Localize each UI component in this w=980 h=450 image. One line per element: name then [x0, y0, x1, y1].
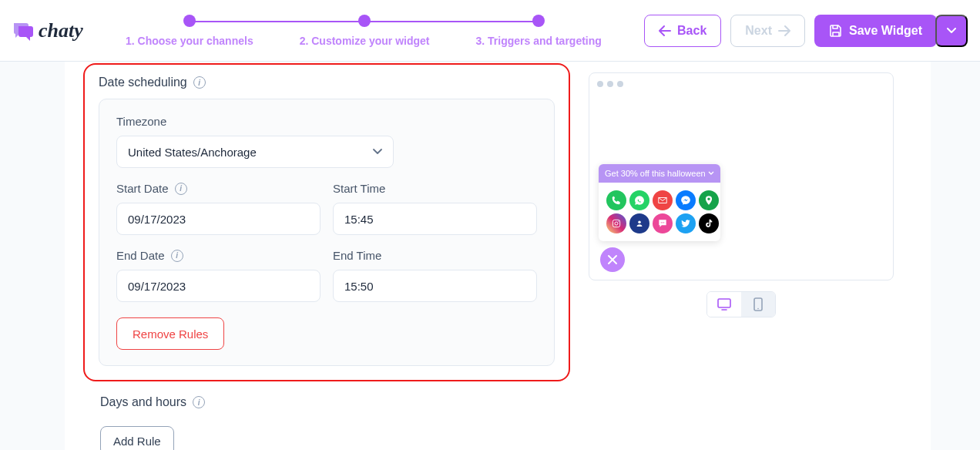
mobile-icon	[753, 297, 763, 311]
chevron-down-icon	[373, 149, 382, 155]
main-column: Date scheduling i Timezone United States…	[83, 62, 570, 450]
desktop-icon	[717, 298, 731, 311]
mobile-view-button[interactable]	[741, 292, 775, 317]
back-button-label: Back	[677, 24, 706, 38]
step-dot-icon	[358, 15, 371, 27]
section-title-text: Days and hours	[100, 395, 186, 409]
window-controls	[597, 81, 885, 87]
step-3[interactable]: 3. Triggers and targeting	[452, 15, 624, 47]
close-widget-button[interactable]	[600, 247, 625, 272]
stepper: 1. Choose your channels 2. Customize you…	[99, 15, 629, 47]
days-and-hours-section: Days and hours i Add Rule	[83, 395, 570, 450]
device-toggle	[706, 291, 776, 317]
input-value: 09/17/2023	[128, 280, 186, 293]
messenger-icon[interactable]	[676, 190, 696, 210]
end-time-label: End Time	[333, 249, 537, 262]
step-1[interactable]: 1. Choose your channels	[102, 15, 277, 47]
contact-icon[interactable]	[629, 213, 649, 233]
start-time-label: Start Time	[333, 182, 537, 195]
header-actions: Back Next Save Widget	[644, 15, 968, 47]
save-icon	[829, 24, 843, 38]
section-title-text: Date scheduling	[99, 76, 187, 89]
widget-header[interactable]: Get 30% off this halloween	[599, 164, 720, 183]
close-icon	[607, 254, 618, 265]
timezone-label: Timezone	[116, 115, 537, 128]
desktop-view-button[interactable]	[707, 292, 741, 317]
chevron-down-icon	[947, 28, 956, 34]
svg-point-4	[661, 222, 662, 223]
logo-text: chaty	[39, 19, 83, 42]
days-hours-title: Days and hours i	[100, 395, 570, 409]
left-gutter	[0, 62, 65, 450]
arrow-right-icon	[778, 25, 790, 36]
chevron-down-icon	[708, 171, 714, 176]
next-button-label: Next	[745, 24, 772, 38]
start-date-label: Start Date i	[116, 182, 321, 195]
label-text: Start Date	[116, 182, 169, 195]
date-scheduling-title: Date scheduling i	[99, 76, 555, 89]
svg-rect-7	[718, 299, 730, 307]
save-dropdown-button[interactable]	[935, 15, 968, 47]
end-time-input[interactable]: 15:50	[333, 270, 537, 302]
info-icon[interactable]: i	[193, 396, 205, 408]
step-label: 2. Customize your widget	[300, 35, 430, 47]
save-button-label: Save Widget	[849, 24, 922, 38]
step-label: 1. Choose your channels	[126, 35, 253, 47]
info-icon[interactable]: i	[193, 76, 206, 89]
svg-point-5	[662, 222, 663, 223]
step-2[interactable]: 2. Customize your widget	[277, 15, 453, 47]
email-icon[interactable]	[653, 190, 673, 210]
timezone-select[interactable]: United States/Anchorage	[116, 136, 394, 168]
save-widget-button[interactable]: Save Widget	[814, 15, 937, 47]
info-icon[interactable]: i	[175, 183, 187, 195]
remove-rules-button[interactable]: Remove Rules	[116, 317, 224, 350]
timezone-value: United States/Anchorage	[128, 146, 257, 159]
widget-icons-grid	[599, 183, 720, 241]
instagram-icon[interactable]	[606, 213, 626, 233]
window-dot-icon	[597, 81, 603, 87]
promo-text: Get 30% off this halloween	[605, 169, 706, 178]
svg-point-3	[638, 221, 641, 224]
window-dot-icon	[617, 81, 623, 87]
input-value: 09/17/2023	[128, 213, 186, 226]
date-scheduling-section: Date scheduling i Timezone United States…	[83, 63, 570, 381]
start-date-input[interactable]: 09/17/2023	[116, 203, 321, 235]
svg-point-2	[618, 220, 619, 221]
svg-point-1	[615, 222, 618, 225]
phone-icon[interactable]	[606, 190, 626, 210]
right-gutter	[931, 62, 980, 450]
logo-icon	[12, 22, 34, 40]
main-canvas: Date scheduling i Timezone United States…	[0, 62, 980, 450]
start-time-input[interactable]: 15:45	[333, 203, 537, 235]
input-value: 15:50	[344, 280, 374, 293]
preview-window: Get 30% off this halloween	[589, 72, 894, 280]
whatsapp-icon[interactable]	[629, 190, 649, 210]
date-scheduling-card: Timezone United States/Anchorage Start D…	[99, 99, 555, 366]
end-date-label: End Date i	[116, 249, 321, 262]
step-dot-icon	[532, 15, 545, 27]
widget-preview: Get 30% off this halloween	[599, 164, 720, 241]
map-icon[interactable]	[699, 190, 719, 210]
add-rule-button[interactable]: Add Rule	[100, 426, 174, 450]
step-label: 3. Triggers and targeting	[475, 35, 601, 47]
tiktok-icon[interactable]	[699, 213, 719, 233]
input-value: 15:45	[344, 213, 374, 226]
label-text: End Date	[116, 249, 165, 262]
window-dot-icon	[607, 81, 613, 87]
step-dot-icon	[183, 15, 196, 27]
sms-icon[interactable]	[653, 213, 673, 233]
next-button[interactable]: Next	[730, 15, 805, 47]
preview-column: Get 30% off this halloween	[589, 62, 912, 450]
logo: chaty	[12, 19, 83, 42]
info-icon[interactable]: i	[171, 250, 183, 262]
end-date-input[interactable]: 09/17/2023	[116, 270, 321, 302]
svg-point-6	[663, 222, 664, 223]
twitter-icon[interactable]	[676, 213, 696, 233]
app-header: chaty 1. Choose your channels 2. Customi…	[0, 0, 980, 62]
back-button[interactable]: Back	[644, 15, 721, 47]
svg-point-9	[757, 308, 759, 310]
arrow-left-icon	[659, 25, 671, 36]
